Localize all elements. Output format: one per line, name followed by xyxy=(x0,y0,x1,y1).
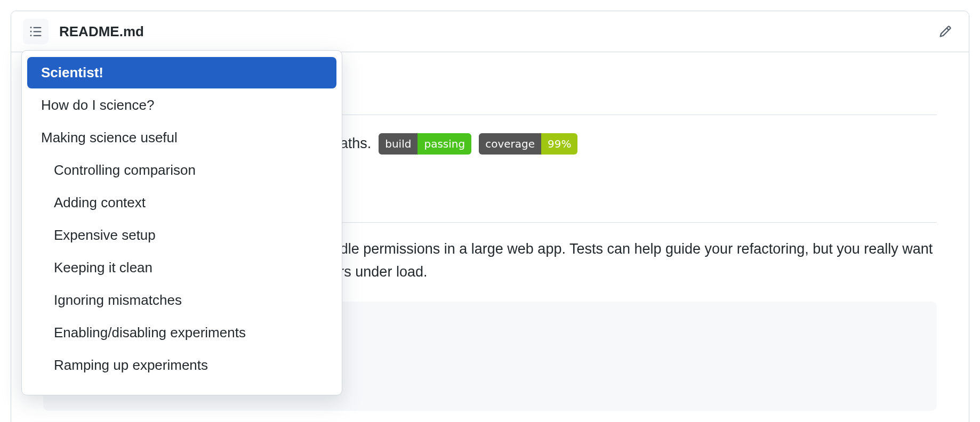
build-badge[interactable]: build passing xyxy=(379,133,471,155)
edit-button[interactable] xyxy=(934,20,957,43)
toc-item[interactable]: How do I science? xyxy=(27,90,336,121)
toc-item[interactable]: Ramping up experiments xyxy=(27,350,336,381)
toc-item[interactable]: Making science useful xyxy=(27,122,336,153)
readme-header: README.md xyxy=(11,11,969,52)
toc-item[interactable]: Ignoring mismatches xyxy=(27,285,336,316)
list-icon xyxy=(29,25,42,38)
toc-item[interactable]: Controlling comparison xyxy=(27,155,336,186)
badge-value: 99% xyxy=(541,133,577,155)
badge-key: build xyxy=(379,133,417,155)
coverage-badge[interactable]: coverage 99% xyxy=(479,133,577,155)
toc-item[interactable]: Adding context xyxy=(27,187,336,218)
toc-item[interactable]: Expensive setup xyxy=(27,220,336,251)
toc-item[interactable]: Keeping it clean xyxy=(27,252,336,283)
readme-filename: README.md xyxy=(59,23,144,40)
toc-toggle-button[interactable] xyxy=(23,19,49,44)
pencil-icon xyxy=(939,25,952,38)
badge-key: coverage xyxy=(479,133,541,155)
toc-item[interactable]: Enabling/disabling experiments xyxy=(27,317,336,348)
toc-panel: Scientist!How do I science?Making scienc… xyxy=(21,50,342,395)
badge-value: passing xyxy=(417,133,471,155)
toc-item[interactable]: Scientist! xyxy=(27,57,336,88)
